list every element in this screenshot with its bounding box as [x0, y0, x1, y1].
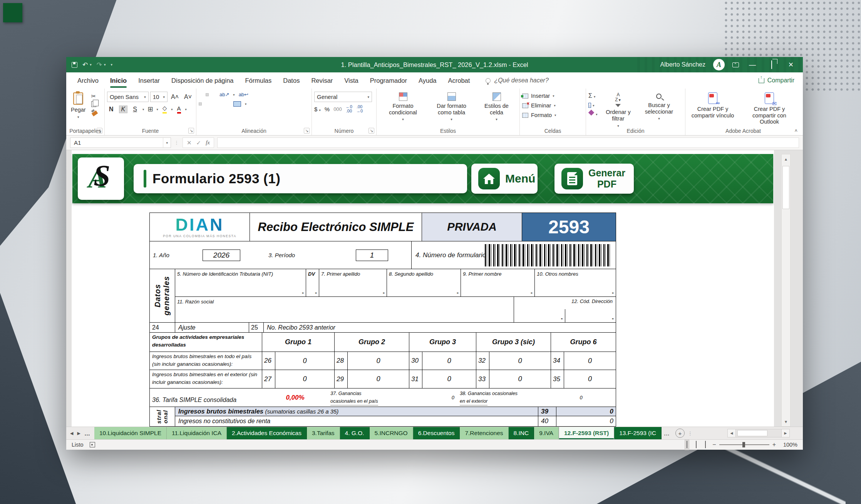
decrease-decimal-button[interactable]: .00→0 — [356, 105, 363, 113]
minimize-button[interactable]: — — [747, 61, 758, 69]
conditional-format-button[interactable]: Formato condicional▾ — [380, 92, 426, 126]
sheet-nav-left-icon[interactable]: ◀ — [70, 431, 73, 436]
zoom-slider[interactable] — [719, 444, 769, 445]
ribbon-tab-ayuda[interactable]: Ayuda — [413, 72, 442, 89]
cell-32-number[interactable]: 32 — [476, 352, 489, 370]
cell-31-number[interactable]: 31 — [409, 370, 422, 388]
cell-25-number[interactable]: 25 — [249, 323, 264, 332]
align-right-button[interactable] — [213, 102, 216, 105]
restore-button[interactable] — [766, 61, 777, 69]
sheet-tab-retenciones[interactable]: 7.Retenciones — [460, 427, 508, 439]
undo-dropdown-icon[interactable]: ▾ — [90, 63, 92, 67]
cell-32-value[interactable]: 0 — [489, 352, 551, 370]
tabbar-splitter[interactable]: ⋮ — [688, 430, 693, 436]
field-primer-nombre[interactable]: 9. Primer nombre- — [461, 269, 535, 296]
cell-25-label[interactable]: No. Recibo 2593 anterior — [264, 323, 616, 332]
cell-31-value[interactable]: 0 — [422, 370, 476, 388]
worksheet-content[interactable]: AS Formulario 2593 (1) Menú Gen — [72, 150, 774, 427]
sheet-tab-iva[interactable]: 9.IVA — [534, 427, 559, 439]
wrap-text-button[interactable]: ab↩ — [239, 92, 248, 97]
account-name[interactable]: Alberto Sánchez — [660, 61, 705, 68]
ganancias-exterior-value[interactable]: 0 — [546, 395, 616, 400]
bold-button[interactable]: N — [107, 105, 116, 114]
year-value[interactable]: 2026 — [203, 249, 240, 261]
cell-24-number[interactable]: 24 — [150, 323, 175, 332]
ribbon-tab-datos[interactable]: Datos — [277, 72, 305, 89]
page-break-view-button[interactable] — [703, 439, 708, 450]
insert-cells-button[interactable]: Insertar ▾ — [522, 93, 556, 99]
sheet-tab-tarifas[interactable]: 3.Tarifas — [307, 427, 340, 439]
ribbon-display-options-icon[interactable] — [732, 62, 739, 67]
ribbon-tab-acrobat[interactable]: Acrobat — [442, 72, 476, 89]
italic-button[interactable]: K — [119, 105, 128, 113]
clipboard-dialog-launcher[interactable]: ↘ — [97, 128, 102, 134]
increase-indent-button[interactable] — [226, 102, 229, 105]
field-cod-direccion[interactable]: 12. Cód. Dirección - - — [514, 297, 616, 322]
cell-29-number[interactable]: 29 — [335, 370, 348, 388]
redo-dropdown-icon[interactable]: ▾ — [104, 63, 106, 67]
cell-30-value[interactable]: 0 — [422, 352, 476, 370]
sheet-tab-actividades-economicas[interactable]: 2.Actividades Económicas — [227, 427, 307, 439]
sheet-overflow-right[interactable]: … — [664, 430, 670, 437]
delete-cells-button[interactable]: Eliminar ▾ — [522, 102, 556, 109]
ribbon-tab-programador[interactable]: Programador — [364, 72, 413, 89]
ribbon-tab-formulas[interactable]: Fórmulas — [240, 72, 278, 89]
grow-font-button[interactable]: A˄ — [169, 93, 181, 101]
sort-filter-button[interactable]: AZ▼ Ordenar y filtrar▾ — [600, 92, 636, 126]
number-format-select[interactable]: General▾ — [314, 92, 372, 102]
ribbon-tab-revisar[interactable]: Revisar — [305, 72, 338, 89]
font-name-select[interactable]: Open Sans▾ — [107, 92, 149, 102]
cell-35-value[interactable]: 0 — [564, 370, 616, 388]
undo-icon[interactable]: ↶ — [82, 62, 88, 68]
sheet-tab-f2593-rst[interactable]: 12.F-2593 (RST) — [559, 427, 614, 439]
name-box[interactable]: A1▾ — [70, 137, 171, 148]
cell-27-value[interactable]: 0 — [275, 370, 335, 388]
ribbon-tab-disposicion[interactable]: Disposición de página — [166, 72, 239, 89]
hscroll-right-icon[interactable]: ▶ — [781, 429, 790, 437]
avatar[interactable]: A — [713, 59, 725, 70]
ribbon-tab-inicio[interactable]: Inicio — [104, 72, 132, 89]
new-sheet-icon[interactable]: + — [675, 429, 685, 438]
sheet-tab-go[interactable]: 4. G.O. — [340, 427, 370, 439]
comma-format-button[interactable]: 000 — [333, 106, 342, 112]
sheet-nav-right-icon[interactable]: ▶ — [77, 431, 80, 436]
save-icon[interactable] — [72, 62, 77, 68]
horizontal-scroll-thumb[interactable] — [737, 430, 767, 436]
close-button[interactable]: × — [785, 60, 797, 70]
cell-33-number[interactable]: 33 — [476, 370, 489, 388]
collapse-ribbon-button[interactable]: ˄ — [794, 128, 797, 134]
cell-34-number[interactable]: 34 — [551, 352, 564, 370]
increase-decimal-button[interactable]: ←0.00 — [346, 105, 352, 113]
normal-view-button[interactable] — [685, 439, 689, 450]
cell-28-number[interactable]: 28 — [335, 352, 348, 370]
sheet-tab-descuentos[interactable]: 6.Descuentos — [413, 427, 460, 439]
autosum-button[interactable]: Σ ▾ — [588, 92, 597, 99]
cell-30-number[interactable]: 30 — [409, 352, 422, 370]
zoom-in-button[interactable]: + — [772, 441, 776, 448]
alignment-dialog-launcher[interactable]: ↘ — [304, 128, 310, 134]
cell-40-value[interactable]: 0 — [556, 417, 616, 425]
font-color-button[interactable]: A — [176, 105, 182, 114]
field-segundo-apellido[interactable]: 8. Segundo apellido- — [387, 269, 461, 296]
cell-27-number[interactable]: 27 — [262, 370, 275, 388]
tell-me-box[interactable]: ¿Qué desea hacer? — [486, 77, 548, 84]
copy-icon[interactable] — [91, 101, 96, 107]
cancel-formula-icon[interactable]: ✕ — [187, 139, 192, 146]
cell-26-value[interactable]: 0 — [275, 352, 335, 370]
horizontal-scrollbar[interactable]: ◀ ▶ — [727, 429, 790, 437]
align-middle-button[interactable] — [206, 93, 209, 96]
decrease-indent-button[interactable] — [219, 102, 223, 105]
currency-format-button[interactable]: $ ▾ — [314, 106, 321, 112]
formula-input[interactable] — [217, 137, 799, 148]
zoom-slider-thumb[interactable] — [742, 442, 745, 447]
shrink-font-button[interactable]: A˅ — [182, 93, 194, 101]
ribbon-tab-insertar[interactable]: Insertar — [132, 72, 166, 89]
cell-39-number[interactable]: 39 — [538, 407, 556, 416]
vertical-scroll-thumb[interactable] — [782, 166, 789, 209]
cell-29-value[interactable]: 0 — [348, 370, 409, 388]
enter-formula-icon[interactable]: ✓ — [196, 139, 201, 146]
cell-26-number[interactable]: 26 — [262, 352, 275, 370]
font-dialog-launcher[interactable]: ↘ — [188, 128, 194, 134]
number-dialog-launcher[interactable]: ↘ — [369, 128, 374, 134]
cell-styles-button[interactable]: Estilos de celda▾ — [477, 92, 516, 126]
